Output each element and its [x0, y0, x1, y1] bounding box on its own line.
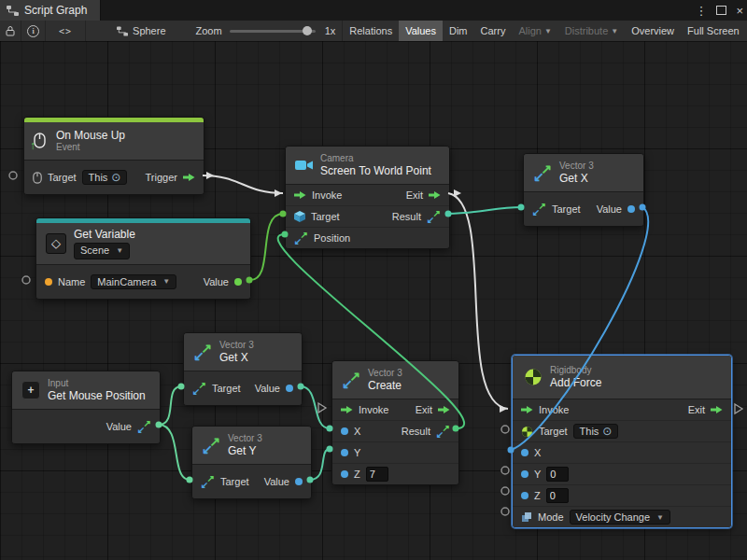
- wire-getx-to-create-x[interactable]: [301, 386, 330, 428]
- info-icon: i: [27, 25, 39, 37]
- lock-button[interactable]: [0, 21, 21, 41]
- graph-canvas[interactable]: ↑ On Mouse Up Event Target This ⊙ Trigge…: [0, 41, 747, 560]
- float-output-port[interactable]: [295, 478, 303, 485]
- target-port-label: Target: [212, 383, 241, 394]
- float-input-port[interactable]: [341, 449, 348, 456]
- node-category: Input: [48, 378, 146, 389]
- node-screen-to-world-point[interactable]: Camera Screen To World Point Invoke Exit…: [285, 146, 450, 249]
- node-on-mouse-up[interactable]: ↑ On Mouse Up Event Target This ⊙ Trigge…: [23, 117, 204, 195]
- vector3-input-port[interactable]: ↗↙: [192, 382, 206, 396]
- value-port-label: Value: [204, 276, 229, 287]
- align-button[interactable]: Align▼: [512, 21, 557, 41]
- unconnected-port-socket[interactable]: [9, 172, 17, 179]
- node-get-mouse-position[interactable]: + Input Get Mouse Position Value ↗↙: [11, 371, 161, 444]
- unconnected-port-socket[interactable]: [501, 426, 509, 433]
- node-title: Get Y: [228, 444, 262, 457]
- overview-button[interactable]: Overview: [625, 21, 681, 41]
- variable-scope-dropdown[interactable]: Scene ▼: [74, 243, 130, 259]
- node-title: Get X: [559, 172, 594, 185]
- unconnected-port-socket[interactable]: [501, 487, 509, 495]
- vector3-input-port[interactable]: ↗↙: [294, 231, 308, 245]
- string-input-port[interactable]: [45, 278, 52, 286]
- float-output-port[interactable]: [627, 205, 635, 213]
- node-category: Vector 3: [559, 161, 594, 172]
- result-port-label: Result: [402, 426, 430, 437]
- this-target-chip[interactable]: This ⊙: [82, 170, 128, 185]
- window-menu-icon[interactable]: ⋮: [695, 4, 707, 18]
- wire-mousepos-to-getx[interactable]: [159, 386, 181, 425]
- unconnected-port-socket[interactable]: [501, 508, 509, 515]
- float-input-port[interactable]: [521, 470, 529, 478]
- vector3-input-port[interactable]: ↗↙: [201, 475, 215, 489]
- flow-input-port[interactable]: [294, 190, 306, 200]
- float-input-port[interactable]: [341, 427, 348, 435]
- vector3-output-port[interactable]: ↗↙: [436, 425, 450, 439]
- inspect-button[interactable]: i: [21, 21, 46, 41]
- rigidbody-icon: [524, 368, 543, 386]
- wire-arrow-cap: [500, 405, 507, 413]
- force-mode-dropdown[interactable]: Velocity Change ▼: [570, 510, 670, 525]
- variable-name-dropdown[interactable]: MainCamera ▼: [91, 274, 176, 289]
- float-input-port[interactable]: [521, 449, 529, 456]
- chevron-down-icon: ▼: [611, 27, 618, 35]
- vector3-input-port[interactable]: ↗↙: [532, 203, 546, 217]
- float-output-port[interactable]: [286, 385, 293, 392]
- carry-button[interactable]: Carry: [474, 21, 513, 41]
- zoom-slider[interactable]: [230, 30, 316, 33]
- chevron-down-icon: ▼: [116, 246, 123, 256]
- wire-mousepos-to-gety[interactable]: [159, 425, 190, 480]
- maximize-icon[interactable]: [716, 6, 726, 15]
- enum-input-port[interactable]: [521, 511, 532, 523]
- z-value-input[interactable]: [366, 467, 388, 482]
- vector3-output-port[interactable]: ↗↙: [427, 210, 441, 224]
- this-target-chip[interactable]: This ⊙: [573, 424, 619, 439]
- code-preview-button[interactable]: <>: [46, 21, 86, 41]
- z-value-input[interactable]: [546, 488, 569, 503]
- zoom-slider-handle[interactable]: [303, 26, 312, 35]
- float-input-port[interactable]: [521, 492, 529, 499]
- flow-output-port[interactable]: [183, 173, 195, 182]
- gameobject-input-port[interactable]: [294, 211, 305, 222]
- wire-result-to-getx-target[interactable]: [448, 207, 521, 214]
- flow-output-port[interactable]: [429, 190, 441, 200]
- unconnected-flow-socket[interactable]: [318, 403, 326, 413]
- zoom-label: Zoom: [190, 21, 222, 41]
- relations-button[interactable]: Relations: [343, 21, 399, 41]
- rigidbody-input-port[interactable]: [521, 426, 533, 438]
- target-port-label: Target: [539, 426, 568, 437]
- object-output-port[interactable]: [234, 278, 242, 286]
- flow-input-port[interactable]: [521, 405, 533, 414]
- node-get-y[interactable]: ↗↙ Vector 3 Get Y ↗↙ Target Value: [191, 426, 312, 499]
- wire-variable-to-target[interactable]: [249, 214, 283, 280]
- flow-output-port[interactable]: [438, 405, 450, 414]
- flow-input-port[interactable]: [341, 405, 353, 414]
- graph-name: Sphere: [133, 25, 165, 36]
- wire-gety-to-create-y[interactable]: [310, 449, 330, 480]
- vector3-output-port[interactable]: ↗↙: [137, 420, 151, 434]
- breadcrumb-graph[interactable]: Sphere: [110, 21, 172, 41]
- graph-toolbar: i <> Sphere Zoom 1x Relations Values Dim…: [0, 21, 747, 42]
- node-add-force[interactable]: Rigidbody Add Force Invoke Exit Target: [512, 355, 732, 528]
- y-value-input[interactable]: [546, 467, 569, 482]
- full-screen-button[interactable]: Full Screen: [681, 21, 746, 41]
- exit-port-label: Exit: [416, 404, 432, 415]
- unconnected-port-socket[interactable]: [22, 276, 30, 284]
- node-get-x-top[interactable]: ↗↙ Vector 3 Get X ↗↙ Target Value: [523, 153, 644, 227]
- values-button[interactable]: Values: [399, 21, 443, 41]
- mouse-event-icon: ↑: [34, 133, 49, 149]
- dim-button[interactable]: Dim: [443, 21, 474, 41]
- graph-icon: [7, 6, 19, 16]
- node-get-variable[interactable]: ◇ Get Variable Scene ▼ Name MainCamera ▼: [35, 217, 251, 300]
- flow-output-port[interactable]: [711, 405, 723, 414]
- node-vector3-create[interactable]: ↗↙ Vector 3 Create Invoke Exit X Result …: [331, 360, 459, 485]
- distribute-button[interactable]: Distribute▼: [558, 21, 625, 41]
- tab-script-graph[interactable]: Script Graph: [0, 0, 101, 21]
- x-port-label: X: [354, 426, 360, 437]
- wire-trigger-to-invoke[interactable]: [203, 175, 283, 193]
- unconnected-flow-socket[interactable]: [735, 404, 742, 413]
- close-icon[interactable]: ×: [736, 4, 743, 18]
- graph-icon: [117, 26, 128, 36]
- node-get-x-mid[interactable]: ↗↙ Vector 3 Get X ↗↙ Target Value: [183, 332, 303, 406]
- unconnected-port-socket[interactable]: [501, 467, 509, 474]
- float-input-port[interactable]: [341, 470, 348, 478]
